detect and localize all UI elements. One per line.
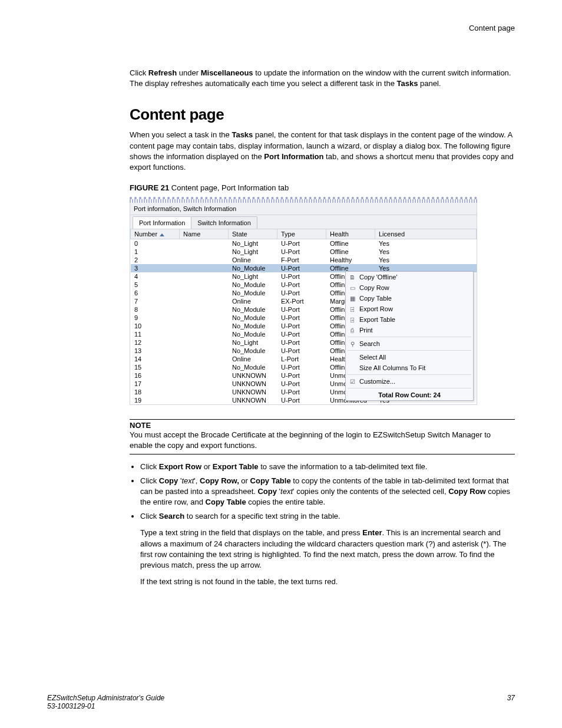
row-icon: ▭: [348, 284, 357, 291]
col-header-number[interactable]: Number: [131, 229, 180, 239]
cell: 16: [131, 371, 180, 380]
tab-switch-information[interactable]: Switch Information: [191, 216, 257, 229]
cell: EX-Port: [277, 297, 326, 305]
cell: 9: [131, 314, 180, 322]
cell: [180, 322, 229, 330]
menu-item-label: Copy 'Offline': [359, 274, 398, 281]
col-header-name[interactable]: Name: [180, 229, 229, 239]
menu-item[interactable]: 🗎Copy 'Offline': [346, 272, 473, 282]
cell: U-Port: [277, 281, 326, 289]
col-header-health[interactable]: Health: [326, 229, 375, 239]
cell: No_Light: [229, 338, 277, 347]
cell: U-Port: [277, 239, 326, 248]
menu-item[interactable]: ▦Copy Table: [346, 293, 473, 304]
cell: U-Port: [277, 338, 326, 347]
menu-item[interactable]: ⍈Export Table: [346, 314, 473, 325]
cell: Yes: [375, 239, 477, 248]
cell: [180, 289, 229, 297]
cell: U-Port: [277, 289, 326, 297]
cell: 12: [131, 338, 180, 347]
body-paragraph: When you select a task in the Tasks pane…: [130, 130, 515, 173]
cell: 8: [131, 305, 180, 314]
footer-docnum: 53-1003129-01: [47, 702, 164, 710]
section-heading: Content page: [130, 106, 515, 124]
cell: F-Port: [277, 256, 326, 264]
note-block: NOTE You must accept the Brocade Certifi…: [130, 421, 515, 451]
cell: 17: [131, 380, 180, 388]
cell: Online: [229, 297, 277, 305]
cell: [180, 338, 229, 347]
tab-port-information[interactable]: Port Information: [133, 216, 191, 229]
menu-item[interactable]: ⍈Export Row: [346, 304, 473, 314]
cell: U-Port: [277, 264, 326, 272]
menu-item-label: Copy Table: [359, 295, 392, 302]
figure-caption: FIGURE 21 Content page, Port Information…: [130, 183, 515, 192]
menu-total-row-count: Total Row Count: 24: [346, 390, 473, 400]
cell: 11: [131, 330, 180, 338]
cell: Online: [229, 355, 277, 363]
cell: Yes: [375, 256, 477, 264]
cell: [180, 305, 229, 314]
cell: No_Light: [229, 239, 277, 248]
cell: [180, 297, 229, 305]
cell: U-Port: [277, 305, 326, 314]
col-header-licensed[interactable]: Licensed: [375, 229, 477, 239]
note-label: NOTE: [130, 421, 515, 430]
cell: 14: [131, 355, 180, 363]
cell: [180, 371, 229, 380]
menu-item[interactable]: ☑Customize...: [346, 376, 473, 387]
footer-title: EZSwitchSetup Administrator's Guide: [47, 694, 164, 702]
menu-item-label: Select All: [359, 354, 386, 361]
cell: [180, 272, 229, 281]
print-icon: ⎙: [348, 327, 357, 334]
table-row[interactable]: 0No_LightU-PortOfflineYes: [131, 239, 477, 248]
menu-item[interactable]: Select All: [346, 352, 473, 363]
cell: U-Port: [277, 272, 326, 281]
cell: UNKNOWN: [229, 388, 277, 396]
cell: No_Light: [229, 248, 277, 256]
cell: 6: [131, 289, 180, 297]
cell: U-Port: [277, 314, 326, 322]
cell: UNKNOWN: [229, 396, 277, 404]
menu-item[interactable]: ⎙Print: [346, 325, 473, 335]
cell: Online: [229, 256, 277, 264]
cell: U-Port: [277, 322, 326, 330]
cell: No_Module: [229, 281, 277, 289]
menu-item-label: Customize...: [359, 378, 395, 385]
cell: U-Port: [277, 396, 326, 404]
list-item: Click Search to search for a specific te…: [140, 511, 515, 522]
menu-item[interactable]: Size All Columns To Fit: [346, 363, 473, 373]
cell: 2: [131, 256, 180, 264]
table-row[interactable]: 2OnlineF-PortHealthyYes: [131, 256, 477, 264]
cell: No_Module: [229, 330, 277, 338]
cell: U-Port: [277, 248, 326, 256]
cell: [180, 347, 229, 355]
cell: No_Module: [229, 322, 277, 330]
cell: [180, 363, 229, 371]
menu-item[interactable]: ⚲Search: [346, 338, 473, 349]
page-number: 37: [507, 694, 515, 710]
cell: 4: [131, 272, 180, 281]
cell: 1: [131, 248, 180, 256]
cell: U-Port: [277, 388, 326, 396]
menu-separator: [348, 337, 471, 337]
cell: Offline: [326, 239, 375, 248]
cell: Offline: [326, 248, 375, 256]
table-row[interactable]: 1No_LightU-PortOfflineYes: [131, 248, 477, 256]
cell: No_Module: [229, 363, 277, 371]
cell: Yes: [375, 248, 477, 256]
col-header-type[interactable]: Type: [277, 229, 326, 239]
page-footer: EZSwitchSetup Administrator's Guide 53-1…: [47, 694, 515, 710]
menu-separator: [348, 350, 471, 351]
menu-item-label: Copy Row: [359, 284, 389, 291]
bullet-list: Click Export Row or Export Table to save…: [130, 462, 515, 522]
menu-item-label: Export Row: [359, 305, 393, 312]
cell: U-Port: [277, 330, 326, 338]
cell: UNKNOWN: [229, 371, 277, 380]
col-header-state[interactable]: State: [229, 229, 277, 239]
cell: No_Module: [229, 264, 277, 272]
menu-item[interactable]: ▭Copy Row: [346, 282, 473, 293]
sub-paragraph: Type a text string in the field that dis…: [140, 528, 515, 571]
cell: No_Module: [229, 289, 277, 297]
cell: [180, 355, 229, 363]
